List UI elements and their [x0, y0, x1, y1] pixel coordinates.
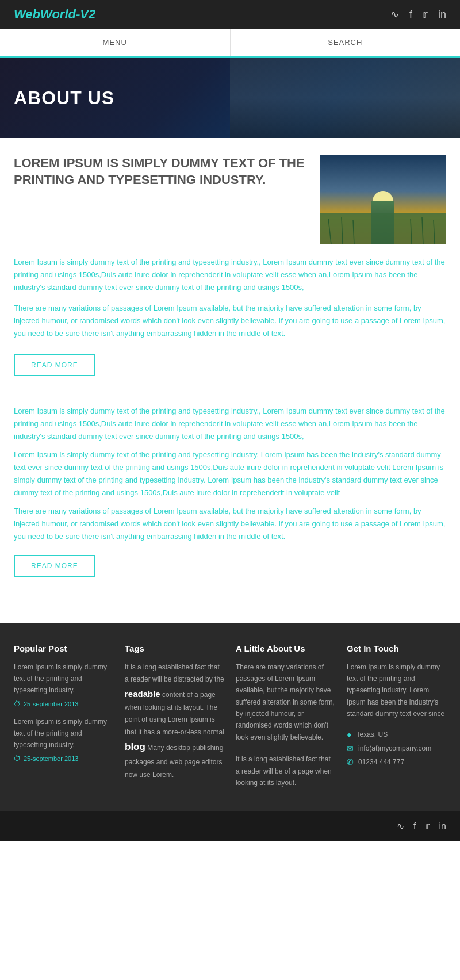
- article-para-2: There are many variations of passages of…: [14, 302, 446, 340]
- main-nav: MENU SEARCH: [0, 29, 460, 58]
- article-header-row: LOREM IPSUM IS SIMPLY DUMMY TEXT OF THE …: [14, 155, 446, 244]
- contact-text: Lorem Ipsum is simply dummy text of the …: [347, 661, 446, 720]
- tags-text: It is a long established fact that a rea…: [125, 661, 224, 782]
- tags-readable: readable: [125, 689, 160, 699]
- footer-linkedin-icon[interactable]: in: [439, 821, 446, 832]
- footer-bottom: ∿ f 𝕣 in: [0, 811, 460, 841]
- logo-web: Web: [14, 7, 40, 21]
- contact-address: ● Texas, US: [347, 730, 446, 739]
- article2-para-2: Lorem Ipsum is simply dummy text of the …: [14, 449, 446, 499]
- footer-popular-post: Popular Post Lorem Ipsum is simply dummy…: [14, 644, 113, 789]
- svg-rect-3: [320, 213, 446, 244]
- post-1-text: Lorem Ipsum is simply dummy text of the …: [14, 661, 113, 696]
- tags-blog: blog: [125, 741, 145, 752]
- post-2-date: 25-september 2013: [14, 755, 113, 763]
- location-icon: ●: [347, 730, 351, 739]
- site-header: WebWorld-V2 ∿ f 𝕣 in: [0, 0, 460, 29]
- site-logo[interactable]: WebWorld-V2: [14, 7, 95, 22]
- nav-menu[interactable]: MENU: [0, 29, 231, 56]
- rss-icon[interactable]: ∿: [390, 8, 399, 21]
- contact-phone[interactable]: ✆ 01234 444 777: [347, 757, 446, 767]
- contact-title: Get In Touch: [347, 644, 446, 653]
- nav-search[interactable]: SEARCH: [231, 29, 461, 56]
- post-item-2: Lorem Ipsum is simply dummy text of the …: [14, 716, 113, 763]
- email-icon: ✉: [347, 744, 354, 753]
- footer-facebook-icon[interactable]: f: [413, 821, 416, 832]
- article2-para-1: Lorem Ipsum is simply dummy text of the …: [14, 405, 446, 443]
- read-more-button-1[interactable]: READ MORE: [14, 354, 95, 376]
- read-more-button-2[interactable]: READ MORE: [14, 555, 95, 577]
- article-text-column: LOREM IPSUM IS SIMPLY DUMMY TEXT OF THE …: [14, 155, 308, 244]
- contact-phone-text: 01234 444 777: [358, 758, 404, 766]
- article-section-2: Lorem Ipsum is simply dummy text of the …: [14, 405, 446, 588]
- footer-rss-icon[interactable]: ∿: [397, 821, 404, 832]
- footer-bottom-social-icons: ∿ f 𝕣 in: [397, 821, 446, 832]
- article-section-1: LOREM IPSUM IS SIMPLY DUMMY TEXT OF THE …: [14, 155, 446, 388]
- footer-about: A Little About Us There are many variati…: [236, 644, 335, 789]
- hero-banner: ABOUT US: [0, 58, 460, 138]
- tags-title: Tags: [125, 644, 224, 653]
- article-para-1: Lorem Ipsum is simply dummy text of the …: [14, 256, 446, 294]
- footer-twitter-icon[interactable]: 𝕣: [425, 821, 430, 832]
- twitter-icon[interactable]: 𝕣: [423, 8, 428, 21]
- contact-address-text: Texas, US: [356, 730, 388, 738]
- phone-icon: ✆: [347, 757, 354, 767]
- linkedin-icon[interactable]: in: [438, 9, 446, 21]
- contact-email-text: info(at)mycompany.com: [358, 744, 431, 752]
- footer-tags: Tags It is a long established fact that …: [125, 644, 224, 789]
- footer-grid: Popular Post Lorem Ipsum is simply dummy…: [14, 644, 446, 789]
- footer-contact: Get In Touch Lorem Ipsum is simply dummy…: [347, 644, 446, 789]
- article2-para-3: There are many variations of passages of…: [14, 505, 446, 543]
- article-image-column: [320, 155, 446, 244]
- logo-world: World-V2: [40, 7, 95, 21]
- facebook-icon[interactable]: f: [409, 9, 412, 21]
- about-para-1: There are many variations of passages of…: [236, 661, 335, 744]
- article-image: [320, 155, 446, 244]
- post-item-1: Lorem Ipsum is simply dummy text of the …: [14, 661, 113, 708]
- about-title: A Little About Us: [236, 644, 335, 653]
- site-footer: Popular Post Lorem Ipsum is simply dummy…: [0, 623, 460, 812]
- about-para-2: It is a long established fact that a rea…: [236, 753, 335, 788]
- popular-post-title: Popular Post: [14, 644, 113, 653]
- post-2-text: Lorem Ipsum is simply dummy text of the …: [14, 716, 113, 751]
- contact-email[interactable]: ✉ info(at)mycompany.com: [347, 744, 446, 753]
- article-main-title: LOREM IPSUM IS SIMPLY DUMMY TEXT OF THE …: [14, 155, 308, 188]
- post-1-date: 25-september 2013: [14, 700, 113, 708]
- tags-text-before: It is a long established fact that a rea…: [125, 663, 224, 684]
- header-social-icons: ∿ f 𝕣 in: [390, 8, 446, 21]
- hero-title: ABOUT US: [14, 87, 114, 109]
- main-content: LOREM IPSUM IS SIMPLY DUMMY TEXT OF THE …: [0, 138, 460, 623]
